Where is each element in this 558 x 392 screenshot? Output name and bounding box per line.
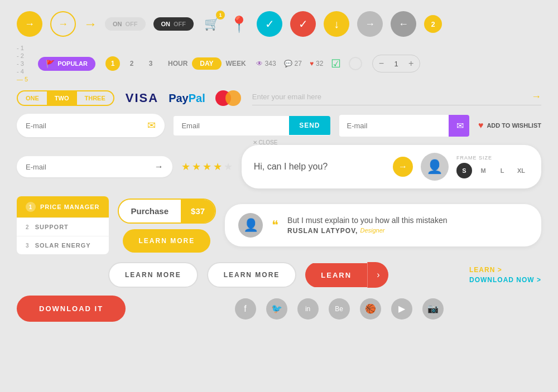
learn-link[interactable]: LEARN > (469, 266, 541, 274)
email-submit-arrow[interactable]: → (531, 91, 541, 103)
arrow-right-gray-btn[interactable]: → (357, 11, 383, 37)
toggle-on[interactable]: ON OFF (153, 17, 194, 31)
email-input-1[interactable] (26, 122, 143, 130)
download-yellow-btn[interactable]: ↓ (324, 11, 349, 37)
pagination: 1 2 3 (105, 56, 158, 71)
email-input-2[interactable] (174, 116, 289, 135)
menu-label-1: PRICE MANAGER (40, 204, 100, 210)
chat-text: Hi, can I help you? (254, 162, 385, 172)
download-it-btn[interactable]: DOWNLOAD IT (17, 296, 126, 322)
message-text: But I must explain to you how all this m… (287, 216, 528, 225)
download-links: LEARN > DOWNLOAD NOW > (469, 266, 541, 284)
email-arrow-field[interactable]: → (17, 156, 172, 177)
stepper-plus-btn[interactable]: + (403, 55, 420, 72)
page-3-btn[interactable]: 3 (143, 56, 158, 71)
email-send-field[interactable]: SEND (174, 116, 330, 135)
quantity-stepper[interactable]: − 1 + (372, 55, 420, 72)
purchase-button[interactable]: Purchase $37 (118, 199, 217, 224)
purchase-label: Purchase (119, 200, 181, 222)
check-teal-btn[interactable]: ✓ (257, 11, 282, 37)
email-mail-field[interactable]: ✉ (339, 115, 469, 137)
arrow-right-icon[interactable]: → (155, 162, 163, 172)
arrow-right-flat-icon[interactable]: → (84, 16, 97, 32)
toggle-off[interactable]: ON OFF (105, 17, 146, 31)
size-s-btn[interactable]: S (456, 163, 472, 178)
learn-red-label: LEARN (305, 263, 367, 287)
facebook-icon[interactable]: f (235, 298, 256, 320)
add-to-wishlist-btn[interactable]: ♥ ADD TO WISHLIST (478, 120, 541, 130)
menu-item-price-manager[interactable]: 1 PRICE MANAGER (17, 196, 109, 218)
visa-logo: VISA (126, 91, 158, 105)
chat-go-btn[interactable]: → (393, 157, 413, 177)
cart-badge: 1 (216, 11, 225, 20)
seg-one-btn[interactable]: ONE (18, 91, 47, 105)
week-tab[interactable]: WEEK (226, 60, 246, 67)
learn-more-outline-btn-2[interactable]: LEARN MORE (207, 262, 297, 288)
seg-two-btn[interactable]: TWO (47, 91, 77, 105)
list-item-1: - 1 (17, 45, 28, 51)
avatar: 👤 (421, 153, 449, 181)
chat-close-btn[interactable]: ✕ CLOSE (253, 139, 278, 146)
frame-size-label: FRAME SIZE (456, 155, 529, 161)
linkedin-icon[interactable]: in (297, 298, 319, 320)
heart-icon: ♥ (310, 60, 314, 67)
send-button[interactable]: SEND (289, 116, 330, 135)
instagram-icon[interactable]: 📷 (422, 298, 444, 320)
mail-button[interactable]: ✉ (449, 115, 469, 137)
email-inputs-row-4: ✉ SEND ✉ ♥ ADD TO WISHLIST (17, 114, 541, 137)
location-pin-icon[interactable]: 📍 (229, 15, 249, 33)
menu-item-solar[interactable]: 3 SOLAR ENERGY (17, 236, 109, 254)
email-placeholder-text: Enter your email here (252, 93, 526, 101)
chat-bubble: ✕ CLOSE Hi, can I help you? → 👤 FRAME SI… (242, 145, 541, 188)
email-inline-input[interactable]: Enter your email here → (252, 91, 541, 105)
check-red-btn[interactable]: ✓ (290, 11, 316, 37)
segmented-control: ONE TWO THREE (17, 90, 114, 106)
size-xl-btn[interactable]: XL (513, 163, 529, 178)
dribbble-icon[interactable]: 🏀 (360, 298, 381, 320)
user-name: RUSLAN LATYPOV, (287, 227, 358, 235)
star-4[interactable]: ★ (213, 161, 222, 173)
arrow-right-yellow-btn[interactable]: → (17, 11, 42, 37)
learn-red-btn[interactable]: LEARN › (305, 262, 388, 288)
likes-count: 32 (316, 60, 323, 67)
size-m-btn[interactable]: M (475, 163, 491, 178)
star-5[interactable]: ★ (224, 161, 233, 173)
star-3[interactable]: ★ (203, 161, 211, 173)
send-icon-1[interactable]: ✉ (147, 119, 156, 132)
popular-tag[interactable]: 🚩 POPULAR (38, 57, 95, 71)
learn-more-outline-btn-1[interactable]: LEARN MORE (108, 262, 198, 288)
hour-tab[interactable]: HOUR (168, 60, 187, 67)
seg-three-btn[interactable]: THREE (77, 91, 113, 105)
payment-logos: VISA PayPal (126, 90, 241, 106)
email-field-1[interactable]: ✉ (17, 114, 165, 137)
chat-icon: 💬 (284, 60, 292, 67)
menu-row-6: 1 PRICE MANAGER 2 SUPPORT 3 SOLAR ENERGY… (17, 196, 541, 254)
star-1[interactable]: ★ (181, 161, 190, 173)
cart-icon[interactable]: 🛒 1 (201, 14, 222, 34)
frame-size-selector: FRAME SIZE S M L XL (456, 155, 529, 178)
list-item-3: - 3 (17, 60, 28, 67)
twitter-icon[interactable]: 🐦 (266, 298, 287, 320)
stepper-minus-btn[interactable]: − (373, 55, 389, 72)
menu-list: 1 PRICE MANAGER 2 SUPPORT 3 SOLAR ENERGY (17, 196, 109, 254)
youtube-icon[interactable]: ▶ (391, 298, 412, 320)
list-item-5: — 5 (17, 76, 28, 83)
behance-icon[interactable]: Be (329, 298, 350, 320)
list-item-2: - 2 (17, 52, 28, 59)
arrow-left-gray-btn[interactable]: ← (391, 11, 416, 37)
menu-item-support[interactable]: 2 SUPPORT (17, 218, 109, 236)
learn-more-yellow-btn[interactable]: LEARN MORE (123, 229, 210, 253)
email-input-3[interactable] (339, 116, 449, 135)
user-avatar: 👤 (238, 213, 263, 238)
download-now-link[interactable]: DOWNLOAD NOW > (469, 276, 541, 284)
page-2-btn[interactable]: 2 (124, 56, 139, 71)
email-arrow-input[interactable] (26, 163, 150, 171)
notification-badge[interactable]: 2 (424, 15, 442, 33)
day-tab[interactable]: DAY (192, 57, 221, 70)
star-2[interactable]: ★ (192, 161, 201, 173)
star-rating[interactable]: ★ ★ ★ ★ ★ (181, 161, 233, 173)
page-1-btn[interactable]: 1 (105, 56, 120, 71)
arrow-right-outline-yellow-btn[interactable]: → (50, 11, 76, 37)
stats: 👁 343 💬 27 ♥ 32 ☑ (256, 57, 363, 70)
size-l-btn[interactable]: L (494, 163, 510, 178)
